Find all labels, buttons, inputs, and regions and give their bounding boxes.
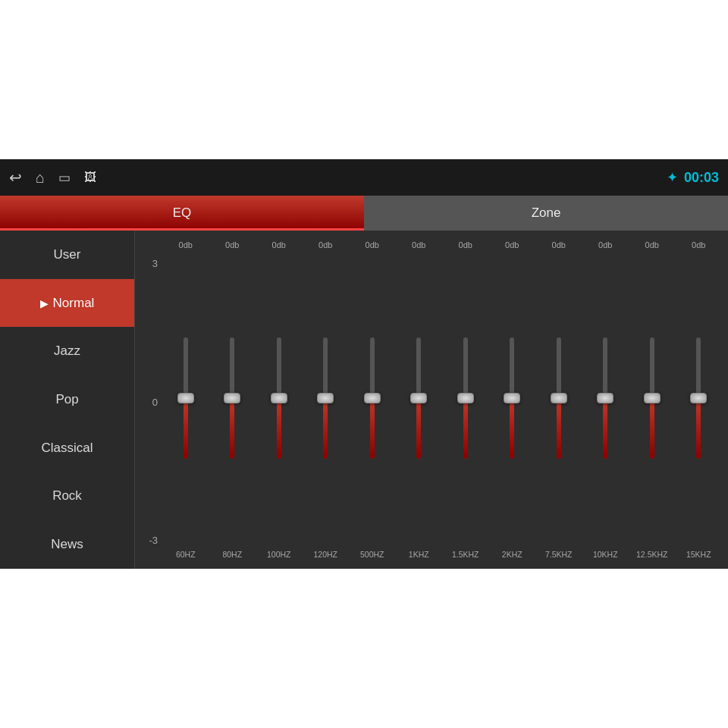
top-bar-right: ✦ 00:03 [667,169,719,186]
eq-db-label-6: 0db [442,237,489,253]
device-frame: ↩ ⌂ ▭ 🖼 ✦ 00:03 EQ Zone User ▶ Normal [0,159,728,569]
eq-scale-area: 3 0 -3 0db0db0db0db0db0db0db0db0db0db0db… [141,237,722,563]
eq-slider-thumb-2[interactable] [271,393,287,403]
eq-slider-track-0[interactable] [184,337,188,459]
tab-eq[interactable]: EQ [0,196,364,231]
eq-y-minus3: -3 [143,535,158,546]
eq-freq-label-9: 10KHZ [582,546,629,563]
sidebar-jazz-label: Jazz [54,344,80,359]
eq-slider-track-8[interactable] [557,337,561,459]
tab-bar: EQ Zone [0,196,728,231]
eq-slider-col-1 [209,253,256,543]
sidebar-item-pop[interactable]: Pop [0,375,134,424]
home-icon[interactable]: ⌂ [36,169,45,187]
eq-slider-col-0 [162,253,209,543]
sidebar-item-news[interactable]: News [0,520,134,569]
eq-area: 3 0 -3 0db0db0db0db0db0db0db0db0db0db0db… [135,231,728,569]
eq-slider-col-11 [676,253,723,543]
eq-db-label-9: 0db [582,237,629,253]
sidebar-normal-label: Normal [53,296,95,311]
eq-db-label-10: 0db [629,237,676,253]
eq-slider-thumb-1[interactable] [224,393,240,403]
window-icon[interactable]: ▭ [58,170,71,186]
sidebar-pop-label: Pop [55,392,78,407]
eq-freq-label-2: 100HZ [256,546,303,563]
eq-slider-thumb-10[interactable] [644,393,661,403]
eq-freq-label-4: 500HZ [349,546,396,563]
sidebar-item-classical[interactable]: Classical [0,424,134,472]
eq-slider-track-11[interactable] [696,337,701,459]
tab-zone[interactable]: Zone [364,196,728,231]
eq-slider-thumb-7[interactable] [504,393,520,403]
eq-db-label-5: 0db [396,237,443,253]
eq-slider-track-2[interactable] [277,337,281,459]
eq-slider-track-10[interactable] [650,337,654,459]
sidebar-item-jazz[interactable]: Jazz [0,327,134,375]
eq-slider-track-4[interactable] [370,337,375,459]
eq-db-labels: 0db0db0db0db0db0db0db0db0db0db0db0db [162,237,722,253]
eq-slider-thumb-8[interactable] [551,393,567,403]
eq-slider-thumb-5[interactable] [410,393,427,403]
image-icon[interactable]: 🖼 [84,171,96,184]
back-icon[interactable]: ↩ [9,168,22,187]
eq-slider-col-2 [256,253,303,543]
eq-y-axis: 3 0 -3 [141,237,162,563]
eq-freq-label-1: 80HZ [209,546,256,563]
eq-freq-label-6: 1.5KHZ [442,546,489,563]
eq-db-label-1: 0db [209,237,256,253]
eq-slider-col-8 [535,253,582,543]
eq-db-label-11: 0db [676,237,723,253]
tab-zone-label: Zone [532,206,561,221]
eq-freq-label-11: 15KHZ [676,546,723,563]
eq-slider-col-10 [629,253,676,543]
sidebar-rock-label: Rock [52,488,82,504]
eq-slider-col-3 [303,253,350,543]
eq-slider-track-7[interactable] [510,337,514,459]
eq-slider-thumb-11[interactable] [690,393,707,403]
eq-sliders-row [162,253,722,543]
sidebar-user-label: User [54,247,81,262]
eq-y-0: 0 [143,397,158,408]
main-content: User ▶ Normal Jazz Pop Classical Rock Ne… [0,231,728,569]
eq-slider-col-4 [349,253,396,543]
eq-freq-labels: 60HZ80HZ100HZ120HZ500HZ1KHZ1.5KHZ2KHZ7.5… [162,546,722,563]
eq-slider-thumb-6[interactable] [457,393,474,403]
top-bar: ↩ ⌂ ▭ 🖼 ✦ 00:03 [0,159,728,196]
sidebar-item-user[interactable]: User [0,231,134,279]
eq-db-label-7: 0db [489,237,536,253]
sidebar: User ▶ Normal Jazz Pop Classical Rock Ne… [0,231,135,569]
eq-freq-label-0: 60HZ [162,546,209,563]
eq-slider-col-7 [489,253,536,543]
eq-freq-label-5: 1KHZ [396,546,443,563]
eq-slider-track-5[interactable] [416,337,421,459]
eq-slider-thumb-0[interactable] [177,393,194,403]
eq-slider-track-6[interactable] [463,337,468,459]
eq-slider-col-6 [442,253,489,543]
eq-freq-label-7: 2KHZ [489,546,536,563]
eq-slider-col-5 [396,253,443,543]
eq-slider-thumb-4[interactable] [364,393,381,403]
top-bar-left: ↩ ⌂ ▭ 🖼 [9,168,96,187]
eq-db-label-3: 0db [303,237,350,253]
sidebar-news-label: News [51,537,83,552]
eq-slider-col-9 [582,253,629,543]
eq-db-label-0: 0db [162,237,209,253]
sidebar-classical-label: Classical [41,441,93,456]
eq-slider-thumb-9[interactable] [597,393,613,403]
bluetooth-icon: ✦ [667,169,678,186]
eq-y-3: 3 [143,258,158,269]
sidebar-item-rock[interactable]: Rock [0,472,134,521]
eq-slider-track-1[interactable] [230,337,234,459]
play-icon: ▶ [40,297,49,309]
eq-sliders-container: 0db0db0db0db0db0db0db0db0db0db0db0db 60H… [162,237,722,563]
eq-freq-label-8: 7.5KHZ [535,546,582,563]
eq-db-label-4: 0db [349,237,396,253]
eq-db-label-2: 0db [256,237,303,253]
eq-slider-track-3[interactable] [323,337,328,459]
sidebar-item-normal[interactable]: ▶ Normal [0,279,134,328]
tab-eq-label: EQ [173,206,192,221]
eq-freq-label-3: 120HZ [303,546,350,563]
eq-slider-track-9[interactable] [603,337,607,459]
eq-slider-thumb-3[interactable] [317,393,334,403]
eq-db-label-8: 0db [535,237,582,253]
